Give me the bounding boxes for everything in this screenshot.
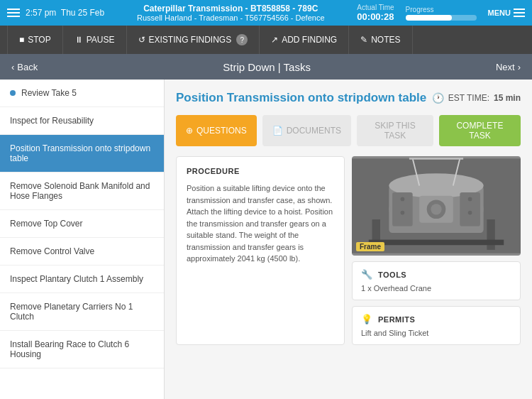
permits-header: 💡 PERMITS	[361, 314, 511, 324]
status-right: Actual Time 00:00:28 Progress MENU	[357, 4, 525, 22]
status-left: 2:57 pm Thu 25 Feb	[7, 8, 104, 18]
svg-point-15	[401, 197, 405, 202]
svg-rect-3	[369, 240, 504, 246]
findings-badge: ?	[236, 34, 248, 45]
task-content: Position Transmission onto stripdown tab…	[165, 80, 532, 399]
skip-task-button[interactable]: SKIP THIS TASK	[357, 115, 433, 146]
questions-button[interactable]: ⊕ QUESTIONS	[176, 115, 257, 146]
job-sub: Russell Harland - Tradesman - T567754566…	[137, 13, 325, 22]
permits-heading: PERMITS	[378, 315, 415, 324]
sidebar-item-remove-top-cover[interactable]: Remove Top Cover	[0, 210, 164, 238]
pause-button[interactable]: ⏸ PAUSE	[63, 26, 127, 54]
stop-icon: ■	[19, 35, 24, 45]
permits-card: 💡 PERMITS Lift and Sling Ticket	[352, 306, 521, 345]
right-column: Frame 🔧 TOOLS 1 x Overhead Crane 💡 PERMI…	[352, 156, 521, 345]
notes-button[interactable]: ✎ NOTES	[349, 26, 412, 54]
procedure-heading: PROCEDURE	[187, 167, 334, 175]
progress-bar-fill	[406, 15, 452, 21]
job-title: Caterpillar Transmission - BT858858 - 78…	[137, 4, 325, 13]
progress-block: Progress	[406, 6, 477, 21]
back-chevron-icon: ‹	[11, 62, 14, 72]
documents-button[interactable]: 📄 DOCUMENTS	[262, 115, 351, 146]
sidebar-item-label: Remove Planetary Carriers No 1 Clutch	[10, 302, 154, 322]
back-button[interactable]: ‹ Back	[11, 62, 38, 72]
permits-item: Lift and Sling Ticket	[361, 329, 511, 337]
next-chevron-icon: ›	[518, 62, 521, 72]
add-finding-icon: ↗	[271, 35, 278, 45]
sidebar-item-label: Inspect for Reusability	[10, 116, 94, 126]
machine-image: Frame	[352, 156, 521, 256]
permits-icon: 💡	[361, 314, 372, 324]
documents-icon: 📄	[272, 126, 283, 136]
tools-header: 🔧 TOOLS	[361, 269, 511, 280]
sidebar-item-label: Position Transmission onto stripdown tab…	[10, 143, 154, 163]
svg-point-17	[468, 197, 472, 202]
action-buttons: ⊕ QUESTIONS 📄 DOCUMENTS SKIP THIS TASK C…	[176, 115, 521, 146]
svg-point-18	[468, 211, 472, 215]
sidebar-item-label: Remove Solenoid Bank Manifold and Hose F…	[10, 181, 154, 201]
task-header: Position Transmission onto stripdown tab…	[176, 91, 521, 105]
svg-point-11	[431, 204, 441, 214]
frame-label: Frame	[356, 242, 384, 251]
questions-icon: ⊕	[186, 126, 193, 136]
pause-icon: ⏸	[74, 35, 83, 45]
nav-title: Strip Down | Tasks	[223, 61, 311, 73]
sidebar-item-install-bearing[interactable]: Install Bearing Race to Clutch 6 Housing	[0, 331, 164, 368]
status-time: 2:57 pm Thu 25 Feb	[26, 8, 104, 18]
progress-bar-container	[406, 15, 477, 21]
sidebar: Review Take 5 Inspect for Reusability Po…	[0, 80, 165, 399]
sidebar-item-label: Remove Top Cover	[10, 219, 83, 229]
sidebar-item-remove-control-valve[interactable]: Remove Control Valve	[0, 238, 164, 266]
procedure-card: PROCEDURE Position a suitable lifting de…	[176, 156, 345, 345]
clock-icon: 🕐	[432, 92, 444, 104]
sidebar-item-label: Remove Control Valve	[10, 246, 94, 256]
sidebar-item-inspect-reusability[interactable]: Inspect for Reusability	[0, 107, 164, 135]
tools-heading: TOOLS	[378, 270, 406, 279]
toolbar: ■ STOP ⏸ PAUSE ↺ EXISTING FINDINGS ? ↗ A…	[0, 26, 532, 54]
complete-task-button[interactable]: COMPLETE TASK	[439, 115, 521, 146]
procedure-text: Position a suitable lifting device onto …	[187, 182, 334, 265]
sidebar-item-remove-carriers[interactable]: Remove Planetary Carriers No 1 Clutch	[0, 293, 164, 331]
est-time: 🕐 EST TIME: 15 min	[432, 92, 521, 104]
hamburger-icon[interactable]	[7, 9, 20, 17]
tools-card: 🔧 TOOLS 1 x Overhead Crane	[352, 261, 521, 300]
tools-item: 1 x Overhead Crane	[361, 284, 511, 293]
actual-time-block: Actual Time 00:00:28	[357, 4, 394, 22]
status-bar: 2:57 pm Thu 25 Feb Caterpillar Transmiss…	[0, 0, 532, 26]
existing-findings-button[interactable]: ↺ EXISTING FINDINGS ?	[127, 26, 260, 54]
sidebar-item-label: Inspect Plantary Clutch 1 Assembly	[10, 274, 143, 284]
main-content: Review Take 5 Inspect for Reusability Po…	[0, 80, 532, 399]
svg-point-16	[401, 211, 405, 215]
notes-icon: ✎	[360, 35, 367, 45]
findings-icon: ↺	[138, 35, 145, 45]
sidebar-item-remove-solenoid[interactable]: Remove Solenoid Bank Manifold and Hose F…	[0, 173, 164, 210]
sidebar-item-label: Review Take 5	[21, 88, 77, 98]
menu-block[interactable]: MENU	[488, 9, 525, 17]
sidebar-item-inspect-clutch1[interactable]: Inspect Plantary Clutch 1 Assembly	[0, 266, 164, 293]
content-grid: PROCEDURE Position a suitable lifting de…	[176, 156, 521, 345]
stop-button[interactable]: ■ STOP	[7, 26, 63, 54]
sidebar-item-review-take5[interactable]: Review Take 5	[0, 80, 164, 107]
status-center: Caterpillar Transmission - BT858858 - 78…	[137, 4, 325, 22]
next-button[interactable]: Next ›	[496, 62, 521, 72]
add-finding-button[interactable]: ↗ ADD FINDING	[260, 26, 349, 54]
nav-bar: ‹ Back Strip Down | Tasks Next ›	[0, 54, 532, 80]
task-title: Position Transmission onto stripdown tab…	[176, 91, 426, 105]
sidebar-item-position-transmission[interactable]: Position Transmission onto stripdown tab…	[0, 135, 164, 173]
sidebar-item-label: Install Bearing Race to Clutch 6 Housing	[10, 339, 154, 359]
tools-icon: 🔧	[361, 269, 372, 280]
svg-rect-2	[487, 219, 494, 250]
